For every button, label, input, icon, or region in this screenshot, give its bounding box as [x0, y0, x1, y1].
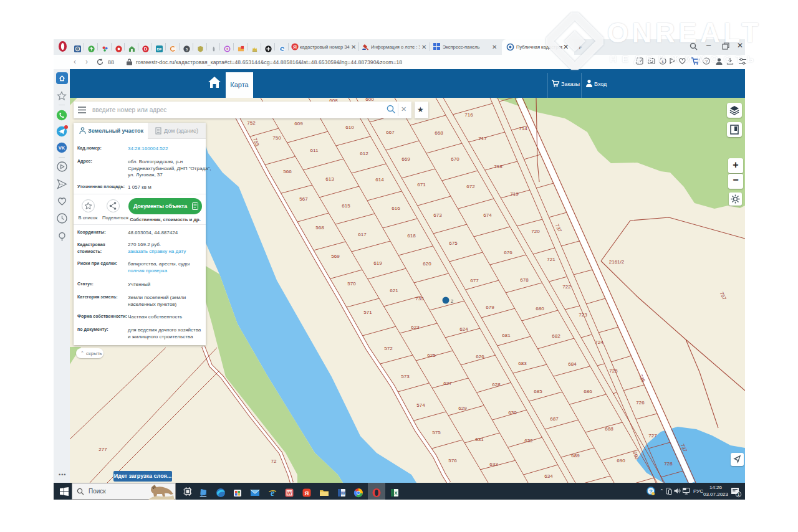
- svg-text:?: ?: [705, 59, 708, 64]
- svg-text:632: 632: [524, 438, 533, 444]
- svg-text:669: 669: [401, 156, 410, 162]
- svg-text:668: 668: [435, 130, 443, 136]
- svg-text:728: 728: [664, 461, 673, 467]
- svg-text:613: 613: [325, 176, 334, 182]
- svg-text:725: 725: [609, 368, 618, 374]
- svg-text:571: 571: [363, 310, 372, 315]
- svg-text:72: 72: [271, 458, 277, 464]
- svg-text:721: 721: [547, 257, 555, 262]
- svg-text:VK: VK: [59, 145, 65, 151]
- svg-text:573: 573: [401, 374, 410, 379]
- svg-text:s: s: [186, 46, 188, 52]
- svg-text:W: W: [287, 490, 292, 496]
- svg-text:W: W: [340, 490, 345, 496]
- svg-text:720: 720: [531, 229, 540, 234]
- svg-text:634: 634: [544, 473, 553, 479]
- svg-text:718: 718: [494, 164, 502, 169]
- svg-text:619: 619: [373, 260, 382, 266]
- svg-text:631: 631: [475, 437, 484, 442]
- svg-text:630: 630: [508, 410, 517, 416]
- svg-text:667: 667: [386, 130, 395, 135]
- svg-text:675: 675: [449, 240, 458, 246]
- svg-text:610: 610: [345, 125, 354, 130]
- svg-text:623: 623: [411, 325, 420, 330]
- svg-text:621: 621: [390, 288, 398, 293]
- svg-text:629: 629: [458, 406, 467, 411]
- svg-text:568: 568: [315, 225, 324, 230]
- svg-text:627: 627: [443, 381, 452, 386]
- svg-text:680: 680: [536, 306, 544, 311]
- svg-text:567: 567: [299, 196, 308, 202]
- svg-text:e: e: [271, 488, 274, 498]
- svg-text:687: 687: [550, 416, 559, 422]
- svg-text:670: 670: [451, 156, 459, 162]
- svg-text:615: 615: [342, 203, 350, 209]
- svg-text:626: 626: [476, 354, 484, 359]
- svg-text:Я: Я: [293, 44, 297, 50]
- svg-text:717: 717: [478, 136, 487, 141]
- svg-text:X: X: [394, 490, 397, 496]
- svg-text:723: 723: [579, 312, 587, 318]
- svg-text:752: 752: [247, 120, 256, 126]
- svg-text:682: 682: [552, 333, 560, 339]
- svg-text:620: 620: [423, 261, 431, 267]
- svg-text:727: 727: [648, 433, 657, 439]
- svg-text:624: 624: [459, 326, 468, 332]
- svg-text:750: 750: [272, 135, 281, 141]
- svg-text:677: 677: [470, 278, 479, 283]
- svg-text:2161/2: 2161/2: [609, 259, 625, 265]
- svg-text:681: 681: [502, 333, 511, 338]
- svg-text:690: 690: [617, 458, 625, 463]
- svg-text:722: 722: [562, 284, 571, 290]
- svg-text:679: 679: [486, 305, 494, 310]
- svg-text:612: 612: [360, 151, 368, 156]
- svg-text:575: 575: [432, 430, 441, 435]
- svg-text:735: 735: [415, 296, 424, 302]
- svg-text:724: 724: [595, 340, 603, 345]
- svg-text:616: 616: [392, 206, 400, 211]
- svg-text:714: 714: [519, 126, 527, 131]
- svg-text:574: 574: [416, 402, 425, 408]
- svg-text:570: 570: [347, 281, 356, 287]
- svg-text:Я: Я: [305, 490, 309, 496]
- svg-text:678: 678: [520, 277, 529, 283]
- svg-text:1: 1: [738, 492, 740, 496]
- svg-text:689: 689: [571, 453, 580, 458]
- svg-text:684: 684: [568, 361, 577, 367]
- svg-text:726: 726: [636, 400, 645, 406]
- svg-text:D: D: [144, 46, 148, 52]
- svg-text:673: 673: [433, 212, 442, 218]
- svg-text:566: 566: [283, 169, 292, 174]
- svg-text:617: 617: [358, 232, 367, 237]
- svg-text:674: 674: [483, 212, 492, 218]
- svg-text:2: 2: [451, 298, 453, 304]
- svg-text:672: 672: [466, 184, 475, 189]
- svg-text:609: 609: [294, 121, 303, 126]
- svg-text:686: 686: [584, 389, 592, 394]
- svg-text:688: 688: [605, 426, 613, 432]
- svg-text:683: 683: [518, 361, 527, 366]
- svg-text:633: 633: [489, 462, 498, 467]
- svg-text:625: 625: [427, 353, 436, 358]
- svg-text:572: 572: [384, 346, 393, 351]
- svg-text:DF: DF: [157, 47, 162, 51]
- svg-text:685: 685: [534, 389, 542, 394]
- svg-text:716: 716: [464, 112, 473, 118]
- svg-text:719: 719: [510, 191, 519, 197]
- svg-text:628: 628: [492, 382, 501, 387]
- svg-text:к: к: [661, 59, 664, 64]
- svg-text:618: 618: [407, 233, 416, 239]
- svg-text:611: 611: [310, 148, 319, 153]
- svg-text:614: 614: [375, 177, 384, 183]
- svg-text:676: 676: [504, 250, 512, 255]
- svg-text:277: 277: [99, 447, 107, 452]
- svg-text:569: 569: [331, 254, 340, 259]
- svg-text:576: 576: [448, 458, 457, 463]
- svg-text:671: 671: [417, 182, 426, 188]
